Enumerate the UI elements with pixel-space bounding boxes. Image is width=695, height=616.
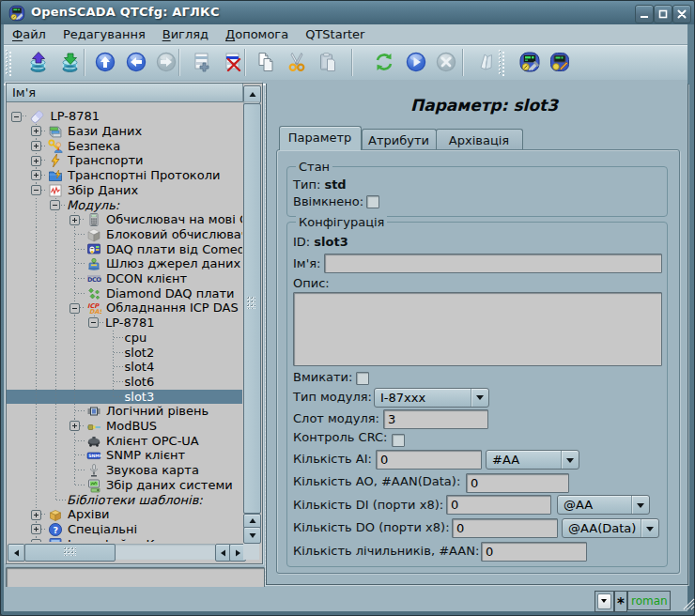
tree-item--opc-ua[interactable]: Клієнт OPC-UA	[7, 434, 242, 449]
expand-icon[interactable]	[31, 126, 41, 136]
cut-button[interactable]	[283, 48, 311, 76]
status-dropdown[interactable]	[595, 591, 614, 612]
tree-item-slot3[interactable]: slot3	[7, 390, 242, 405]
start-button[interactable]	[402, 48, 430, 76]
item-add-button[interactable]	[188, 48, 216, 76]
load-db-button[interactable]	[24, 48, 53, 76]
tree-item--[interactable]: Логічний рівень	[7, 404, 242, 419]
minimize-button[interactable]	[635, 5, 654, 23]
cnt-input[interactable]: 0	[481, 542, 587, 562]
tree-item--[interactable]: Звукова карта	[7, 463, 242, 478]
menu-item-0[interactable]: Файл	[4, 24, 54, 44]
tree-item-lp-8781[interactable]: LP-8781	[7, 316, 242, 331]
save-db-button[interactable]	[56, 48, 85, 76]
tree-item-cpu[interactable]: cpu	[7, 331, 242, 346]
tree-item--[interactable]: Архіви	[7, 507, 242, 522]
expand-icon[interactable]	[31, 170, 41, 180]
go-forward-button[interactable]	[152, 48, 180, 76]
user-badge[interactable]: roman	[627, 591, 671, 610]
tree-item-daq-comedi[interactable]: DAQ плати від Comedi	[7, 242, 242, 257]
tree-item-slot4[interactable]: slot4	[7, 360, 242, 375]
enabled-checkbox[interactable]	[366, 195, 379, 208]
di-mode-combobox[interactable]: @AA	[557, 495, 650, 515]
expand-icon[interactable]	[31, 141, 41, 151]
do-mode-combobox[interactable]: @AA(Data)	[562, 518, 659, 538]
tree-item--c[interactable]: Обчислювач на мові C	[7, 212, 242, 227]
towork-checkbox[interactable]	[356, 372, 369, 385]
refresh-button[interactable]	[370, 48, 398, 76]
tree-item-modbus[interactable]: ModBUS	[7, 419, 242, 434]
modtype-combobox[interactable]: I-87xxx	[374, 388, 489, 408]
collapse-icon[interactable]	[11, 112, 22, 122]
name-input[interactable]	[324, 254, 662, 273]
tree-item--[interactable]: Блоковий обчислювач	[7, 227, 242, 242]
tree-item--icp-das[interactable]: ICP DASОбладнання ICP DAS	[7, 300, 242, 316]
ai-mode-combobox[interactable]: #AA	[486, 450, 579, 470]
collapse-icon[interactable]	[88, 317, 99, 328]
tree-item--[interactable]: ?Спеціальні	[7, 522, 242, 537]
tree-item--[interactable]: Транспорти	[7, 153, 242, 168]
manual-button[interactable]	[472, 48, 501, 76]
ao-input[interactable]: 0	[466, 473, 569, 493]
qtcfg-button[interactable]	[516, 48, 544, 76]
tab-parameter[interactable]: Параметр	[279, 126, 362, 150]
menu-item-4[interactable]: QTStarter	[297, 24, 373, 44]
tree-item-slot6[interactable]: slot6	[7, 375, 242, 390]
go-up-button[interactable]	[91, 48, 119, 76]
di-input[interactable]: 0	[446, 495, 551, 515]
dropdown-button[interactable]	[597, 593, 611, 609]
collapse-icon[interactable]	[50, 200, 60, 210]
modslot-input[interactable]: 3	[383, 409, 488, 429]
ai-input[interactable]: 0	[376, 450, 482, 470]
vertical-scrollbar-thumb[interactable]	[243, 103, 261, 514]
menu-item-3[interactable]: Допомога	[217, 24, 297, 44]
horizontal-scrollbar-thumb[interactable]	[24, 544, 116, 562]
crc-checkbox[interactable]	[392, 434, 405, 447]
expand-icon[interactable]	[70, 421, 80, 431]
do-input[interactable]: 0	[452, 518, 558, 538]
expand-icon[interactable]	[31, 510, 41, 520]
tree-item-diamond-daq-[interactable]: Diamond DAQ плати	[7, 286, 242, 301]
app-icon	[8, 5, 25, 22]
expand-icon[interactable]	[31, 539, 41, 542]
expand-icon[interactable]	[70, 215, 80, 225]
tree-item-lp-8781[interactable]: LP-8781	[7, 109, 242, 124]
go-back-button[interactable]	[122, 48, 150, 76]
expand-icon[interactable]	[31, 524, 41, 534]
vision-button[interactable]	[546, 48, 574, 76]
paste-button[interactable]	[314, 48, 342, 76]
tree-item-dcon-[interactable]: DCON DCON клієнт	[7, 271, 242, 286]
tree-item-snmp-[interactable]: SNMPSNMP клієнт	[7, 448, 242, 463]
title-bar[interactable]: OpenSCADA QTCfg: АГЛКС	[1, 1, 694, 24]
toolbar-handle[interactable]	[5, 49, 12, 76]
tree-guide-line	[36, 331, 37, 346]
tree-item--[interactable]: Транспортні Протоколи	[7, 168, 242, 183]
tree-item--[interactable]: Шлюз джерел даних	[7, 256, 242, 271]
tree-filter-field[interactable]	[6, 567, 265, 588]
tree-item-slot2[interactable]: slot2	[7, 346, 242, 361]
stop-button[interactable]	[432, 48, 460, 76]
tree-item--[interactable]: Бази Даних	[7, 124, 242, 139]
tree-item--[interactable]: Бібліотеки шаблонів:	[7, 493, 242, 508]
tree-item-label: Безпека	[68, 140, 120, 153]
descr-textarea[interactable]	[293, 292, 662, 366]
collapse-icon[interactable]	[70, 303, 80, 314]
menu-item-1[interactable]: Редагування	[54, 24, 154, 44]
item-del-button[interactable]	[219, 48, 247, 76]
tree-item--[interactable]: Модуль:	[7, 198, 242, 213]
menu-item-2[interactable]: Вигляд	[154, 24, 217, 44]
collapse-icon[interactable]	[31, 185, 41, 195]
copy-button[interactable]	[252, 48, 280, 76]
tree-item--[interactable]: Збір даних системи	[7, 478, 242, 493]
tree-item--[interactable]: Безпека	[7, 139, 242, 154]
scroll-down-button[interactable]	[243, 527, 261, 544]
tab-archiving[interactable]: Архівація	[436, 129, 523, 149]
tree-item--[interactable]: Збір Даних	[7, 183, 242, 198]
tab-attributes[interactable]: Атрибути	[362, 129, 437, 149]
expand-icon[interactable]	[31, 156, 41, 166]
close-button[interactable]	[672, 5, 691, 23]
tree-item--[interactable]: Інтерфейси Користувача	[7, 537, 242, 542]
resize-grip[interactable]	[680, 595, 695, 610]
maximize-button[interactable]	[654, 5, 672, 23]
tree-header[interactable]: Ім'я	[7, 84, 243, 102]
